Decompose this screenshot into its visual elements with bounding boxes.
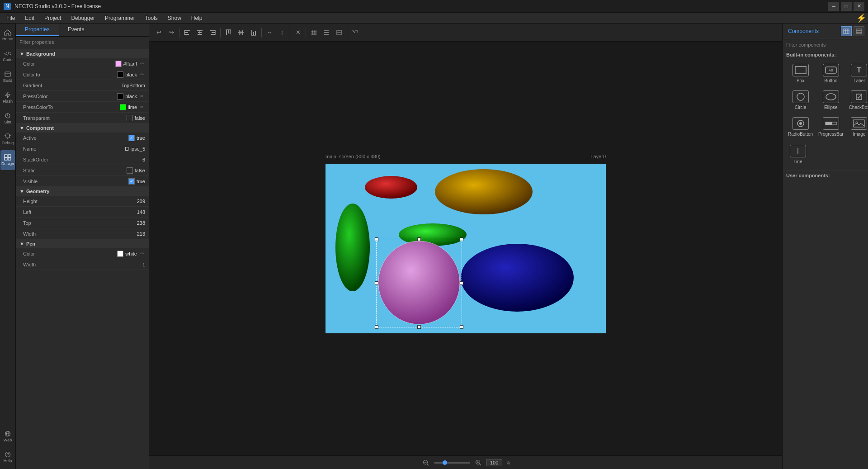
sidebar-item-help[interactable]: ? Help xyxy=(0,447,15,467)
zoom-slider[interactable] xyxy=(434,462,470,464)
section-component[interactable]: ▼ Component xyxy=(16,123,149,133)
shape-green-tall-ellipse[interactable] xyxy=(335,202,371,293)
edit-colorto-icon[interactable]: ✏ xyxy=(139,71,145,78)
menu-edit[interactable]: Edit xyxy=(20,14,39,22)
sidebar-item-sim[interactable]: Sim xyxy=(0,109,15,128)
panel-icon-table[interactable] xyxy=(841,26,852,36)
prop-stackorder-text: 6 xyxy=(142,157,145,162)
grid-button[interactable] xyxy=(308,27,320,38)
dist-v-button[interactable]: ↕ xyxy=(276,27,288,38)
component-radiobutton[interactable]: RadioButton xyxy=(786,114,815,139)
align-right-button[interactable] xyxy=(207,27,218,38)
handle-bl[interactable] xyxy=(375,325,378,329)
component-radiobutton-icon xyxy=(793,117,809,130)
menu-tools[interactable]: Tools xyxy=(141,14,162,22)
menu-help[interactable]: Help xyxy=(187,14,207,22)
tab-properties[interactable]: Properties xyxy=(16,24,59,36)
svg-rect-10 xyxy=(5,155,7,157)
maximize-button[interactable]: □ xyxy=(841,2,852,11)
menu-show[interactable]: Show xyxy=(163,14,186,22)
checkbox-static[interactable] xyxy=(127,167,133,174)
edit-pen-color-icon[interactable]: ✏ xyxy=(139,251,145,257)
color-swatch-lime[interactable] xyxy=(120,104,126,110)
edit-color-icon[interactable]: ✏ xyxy=(139,61,145,67)
align-bottom-button[interactable] xyxy=(248,27,259,38)
shape-orange-ellipse[interactable] xyxy=(434,168,533,216)
scale-button[interactable] xyxy=(349,27,361,38)
component-ellipse[interactable]: Ellipse xyxy=(816,88,845,113)
checkbox-active[interactable]: ✓ xyxy=(128,135,135,141)
shape-pink-circle[interactable] xyxy=(377,240,461,326)
sidebar-item-design[interactable]: Design xyxy=(0,150,15,170)
lightning-icon[interactable]: ⚡ xyxy=(856,13,866,23)
sidebar-item-home[interactable]: Home xyxy=(0,25,15,45)
edit-presscolor-icon[interactable]: ✏ xyxy=(139,93,145,99)
component-label[interactable]: T Label xyxy=(847,61,868,86)
zoom-value-input[interactable] xyxy=(486,459,502,466)
menu-file[interactable]: File xyxy=(2,14,19,22)
handle-br[interactable] xyxy=(460,325,463,329)
section-geometry[interactable]: ▼ Geometry xyxy=(16,187,149,196)
color-swatch-white[interactable] xyxy=(117,251,123,257)
sidebar-item-build[interactable]: Build xyxy=(0,67,15,87)
prop-top: Top 238 xyxy=(16,218,149,228)
color-swatch-black[interactable] xyxy=(117,71,123,78)
shape-red-ellipse[interactable] xyxy=(364,175,418,200)
edit-presscolorto-icon[interactable]: ✏ xyxy=(139,104,145,110)
align-center-v-button[interactable] xyxy=(235,27,247,38)
sidebar-item-debug[interactable]: Debug xyxy=(0,129,15,149)
titlebar-title: NECTO Studio v3.0.0 - Free license xyxy=(14,3,825,9)
component-line[interactable]: Line xyxy=(786,142,810,167)
menu-programmer[interactable]: Programmer xyxy=(100,14,140,22)
sidebar-item-flash[interactable]: Flash xyxy=(0,88,15,108)
component-button[interactable]: AB Button xyxy=(816,61,845,86)
tab-components[interactable]: Components xyxy=(786,27,821,35)
zoom-in-button[interactable] xyxy=(474,458,483,467)
menu-debugger[interactable]: Debugger xyxy=(66,14,99,22)
align-left-button[interactable] xyxy=(181,27,193,38)
resize-button[interactable] xyxy=(333,27,345,38)
panel-icon-layers[interactable] xyxy=(854,26,864,36)
component-progressbar[interactable]: ProgressBar xyxy=(816,114,845,139)
tab-events[interactable]: Events xyxy=(59,24,94,36)
component-checkbox[interactable]: CheckBox xyxy=(847,88,868,113)
component-circle[interactable]: Circle xyxy=(786,88,815,113)
redo-button[interactable]: ↪ xyxy=(165,27,177,38)
undo-button[interactable]: ↩ xyxy=(153,27,165,38)
color-swatch-presscolor[interactable] xyxy=(117,93,123,99)
section-geometry-label: Geometry xyxy=(26,189,49,194)
menu-project[interactable]: Project xyxy=(40,14,66,22)
filter-properties-label: Filter properties xyxy=(16,37,149,47)
canvas-workspace[interactable]: main_screen (800 x 480) Layer0 xyxy=(149,42,782,455)
component-circle-icon xyxy=(793,90,809,103)
checkbox-visible[interactable]: ✓ xyxy=(128,178,135,185)
svg-rect-75 xyxy=(795,66,806,74)
close-button[interactable]: ✕ xyxy=(854,2,864,11)
align-center-h-button[interactable] xyxy=(194,27,206,38)
align-top-button[interactable] xyxy=(222,27,234,38)
sidebar-item-web[interactable]: Web xyxy=(0,426,15,446)
prop-gradient-text: TopBottom xyxy=(121,83,145,88)
canvas-surface[interactable] xyxy=(326,164,606,333)
checkbox-transparent[interactable] xyxy=(127,115,133,121)
component-image[interactable]: Image xyxy=(847,114,868,139)
zoom-out-button[interactable] xyxy=(421,458,430,467)
prop-height-name: Height xyxy=(23,199,137,204)
svg-point-80 xyxy=(826,94,836,100)
zoom-slider-thumb[interactable] xyxy=(443,460,447,465)
section-background[interactable]: ▼ Background xyxy=(16,49,149,58)
prop-static-name: Static xyxy=(23,168,127,173)
component-box[interactable]: Box xyxy=(786,61,815,86)
sidebar-item-code[interactable]: </> Code xyxy=(0,46,15,66)
handle-bc[interactable] xyxy=(417,325,421,329)
delete-button[interactable]: ✕ xyxy=(292,27,304,38)
svg-rect-21 xyxy=(184,34,189,35)
list-button[interactable] xyxy=(321,27,332,38)
minimize-button[interactable]: ─ xyxy=(828,2,839,11)
toolbar-separator-1 xyxy=(179,28,179,38)
color-swatch-ffaaff[interactable] xyxy=(115,61,122,67)
svg-point-56 xyxy=(435,169,533,214)
dist-h-button[interactable]: ↔ xyxy=(264,27,275,38)
section-pen[interactable]: ▼ Pen xyxy=(16,239,149,248)
shape-blue-ellipse[interactable] xyxy=(460,243,575,313)
